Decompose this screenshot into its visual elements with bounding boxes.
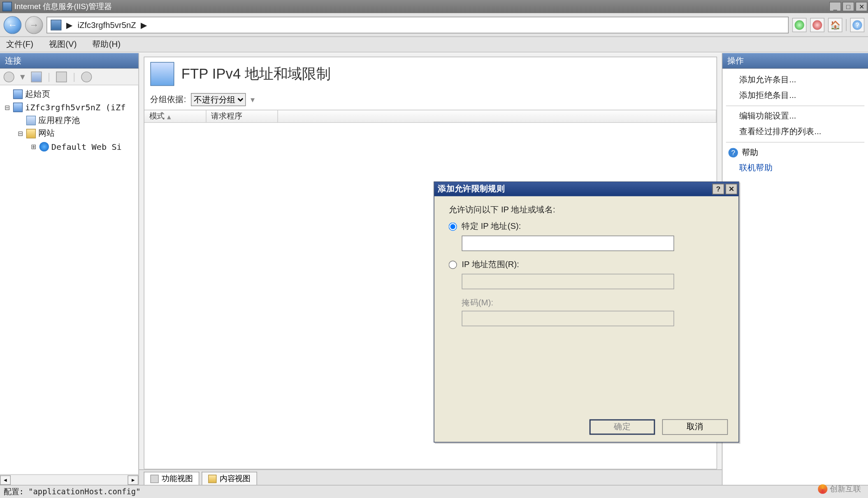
specific-ip-input[interactable] (462, 235, 674, 251)
ok-button[interactable]: 确定 (589, 419, 655, 435)
dialog-close-button[interactable]: ✕ (725, 184, 737, 194)
server-node-icon (13, 102, 23, 112)
bottom-tabs: 功能视图 内容视图 (139, 469, 722, 485)
tree-start-page[interactable]: 起始页 (1, 88, 137, 101)
nav-bar: ← → ▶ iZfc3rgfh5vr5nZ ▶ 🏠 ? (0, 13, 868, 37)
stop-button[interactable] (810, 18, 824, 32)
tab-feature-label: 功能视图 (162, 473, 193, 484)
radio-specific-ip[interactable] (449, 223, 457, 231)
tree-apppool-label: 应用程序池 (38, 115, 80, 126)
feature-header: FTP IPv4 地址和域限制 (144, 57, 717, 91)
add-allow-rule-dialog: 添加允许限制规则 ? ✕ 允许访问以下 IP 地址或域名: 特定 IP 地址(S… (434, 182, 739, 443)
tree-server-node[interactable]: ⊟ iZfc3rgfh5vr5nZ (iZf (1, 101, 137, 114)
option-ip-range[interactable]: IP 地址范围(R): (449, 259, 728, 270)
group-by-label: 分组依据: (150, 94, 186, 105)
app-icon (2, 2, 12, 11)
menu-bar: 文件(F) 视图(V) 帮助(H) (0, 37, 868, 53)
action-edit-feature[interactable]: 编辑功能设置... (725, 109, 866, 124)
watermark: 创新互联 (818, 484, 861, 494)
home-button[interactable]: 🏠 (828, 18, 842, 32)
connect-icon[interactable] (4, 71, 14, 82)
maximize-button[interactable]: □ (842, 2, 854, 11)
menu-help[interactable]: 帮助(H) (92, 39, 121, 50)
refresh-tree-icon[interactable] (81, 71, 92, 82)
dialog-help-button[interactable]: ? (713, 184, 724, 194)
col-mode[interactable]: 模式 ▴ (144, 110, 207, 122)
radio-ip-range[interactable] (449, 261, 457, 269)
watermark-text: 创新互联 (830, 484, 861, 494)
connections-toolbar: ▾ | | (0, 69, 138, 86)
tree-server-label: iZfc3rgfh5vr5nZ (iZf (25, 102, 125, 112)
window-titlebar: Internet 信息服务(IIS)管理器 _ □ ✕ (0, 0, 868, 13)
mask-input (462, 311, 674, 326)
back-button[interactable]: ← (4, 16, 22, 33)
tree-apppools[interactable]: 应用程序池 (1, 114, 137, 127)
connections-header: 连接 (0, 53, 138, 69)
radio-ip-range-label: IP 地址范围(R): (462, 259, 519, 270)
feature-view-icon (150, 475, 158, 483)
menu-view[interactable]: 视图(V) (49, 39, 77, 50)
actions-header: 操作 (722, 53, 868, 69)
action-help[interactable]: ? 帮助 (725, 145, 866, 161)
ip-range-input (462, 274, 674, 289)
content-view-icon (208, 475, 216, 483)
tree-default-site[interactable]: ⊞ Default Web Si (1, 140, 137, 154)
tab-feature-view[interactable]: 功能视图 (144, 472, 199, 485)
tree-start-label: 起始页 (25, 89, 50, 100)
cancel-button[interactable]: 取消 (662, 419, 728, 435)
save-icon[interactable] (31, 71, 42, 82)
dialog-prompt: 允许访问以下 IP 地址或域名: (449, 205, 728, 215)
server-icon (51, 19, 61, 30)
scroll-left-button[interactable]: ◂ (0, 475, 11, 484)
action-view-ordered[interactable]: 查看经过排序的列表... (725, 124, 866, 140)
help-button[interactable]: ? (850, 18, 864, 32)
breadcrumb-server[interactable]: iZfc3rgfh5vr5nZ (78, 20, 136, 30)
action-online-help[interactable]: 联机帮助 (725, 161, 866, 176)
option-specific-ip[interactable]: 特定 IP 地址(S): (449, 221, 728, 232)
dialog-title-text: 添加允许限制规则 (438, 184, 504, 194)
grouping-row: 分组依据: 不进行分组 ▾ (144, 91, 717, 109)
tree-sites-label: 网站 (38, 128, 55, 139)
tree-hscroll[interactable]: ◂ ▸ (0, 474, 138, 485)
status-bar: 配置: "applicationHost.config" (0, 485, 868, 498)
action-add-allow[interactable]: 添加允许条目... (725, 72, 866, 88)
sites-folder-icon (26, 129, 36, 138)
breadcrumb-arrow: ▶ (66, 20, 73, 30)
up-icon[interactable] (56, 71, 67, 82)
actions-pane: 操作 添加允许条目... 添加拒绝条目... 编辑功能设置... 查看经过排序的… (722, 53, 868, 485)
col-blank (278, 110, 717, 122)
action-help-label: 帮助 (742, 147, 759, 158)
tab-content-label: 内容视图 (220, 473, 251, 484)
minimize-button[interactable]: _ (829, 2, 841, 11)
tree-sites[interactable]: ⊟ 网站 (1, 127, 137, 140)
window-title: Internet 信息服务(IIS)管理器 (14, 1, 112, 12)
group-by-select[interactable]: 不进行分组 (191, 93, 246, 106)
col-requestor[interactable]: 请求程序 (207, 110, 278, 122)
help-icon: ? (729, 148, 738, 157)
center-pane: FTP IPv4 地址和域限制 分组依据: 不进行分组 ▾ 模式 ▴ 请求程序 (139, 53, 722, 485)
breadcrumb-arrow-2: ▶ (141, 20, 147, 30)
action-add-deny[interactable]: 添加拒绝条目... (725, 88, 866, 103)
watermark-icon (818, 484, 827, 494)
status-text: 配置: "applicationHost.config" (4, 486, 141, 497)
connections-tree: 起始页 ⊟ iZfc3rgfh5vr5nZ (iZf 应用程序池 ⊟ 网站 (0, 85, 138, 474)
close-button[interactable]: ✕ (856, 2, 868, 11)
tree-default-site-label: Default Web Si (51, 142, 122, 151)
refresh-button[interactable] (792, 18, 807, 32)
address-bar[interactable]: ▶ iZfc3rgfh5vr5nZ ▶ (46, 16, 789, 33)
radio-specific-ip-label: 特定 IP 地址(S): (462, 221, 521, 232)
page-title: FTP IPv4 地址和域限制 (181, 65, 331, 84)
dialog-titlebar: 添加允许限制规则 ? ✕ (434, 182, 739, 196)
table-header: 模式 ▴ 请求程序 (144, 110, 717, 123)
default-site-icon (39, 142, 49, 151)
mask-label: 掩码(M): (462, 298, 728, 308)
tab-content-view[interactable]: 内容视图 (202, 472, 257, 485)
connections-pane: 连接 ▾ | | 起始页 ⊟ iZfc3rgfh5vr (0, 53, 139, 485)
apppool-icon (26, 116, 36, 125)
start-page-icon (13, 89, 23, 99)
menu-file[interactable]: 文件(F) (6, 39, 34, 50)
forward-button[interactable]: → (25, 16, 43, 33)
scroll-right-button[interactable]: ▸ (128, 475, 138, 484)
ftp-ipv4-icon (150, 62, 174, 86)
